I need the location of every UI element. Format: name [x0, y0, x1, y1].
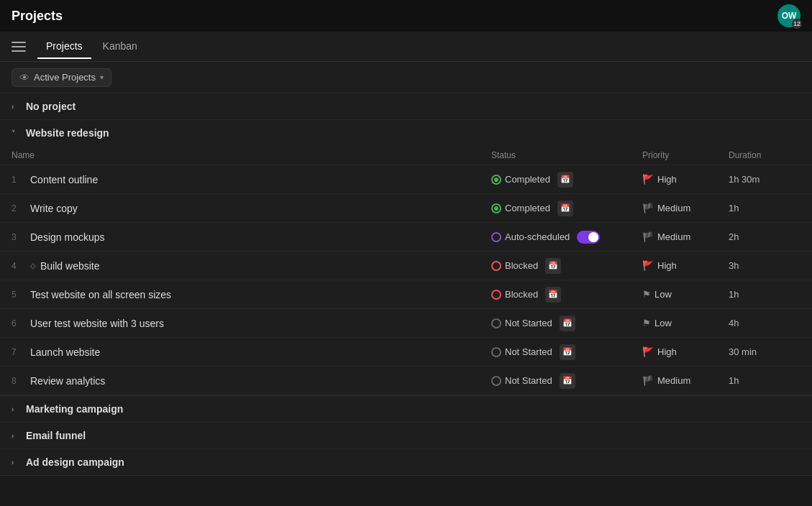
active-projects-filter[interactable]: 👁 Active Projects ▾: [12, 68, 111, 87]
calendar-icon[interactable]: 📅: [560, 373, 575, 389]
priority-flag-icon: ⚑: [642, 289, 651, 300]
task-status-cell: Completed 📅: [491, 172, 642, 188]
status-label: Blocked: [505, 289, 538, 300]
content-area: › No project ˅ Website redesign Name Sta…: [0, 93, 812, 476]
task-number: 8: [12, 376, 26, 386]
priority-flag-icon: 🚩: [642, 174, 654, 185]
group-header-website-redesign[interactable]: ˅ Website redesign: [0, 120, 812, 146]
task-number: 7: [12, 347, 26, 357]
title-bar: Projects OW 12: [0, 0, 812, 32]
col-status-header: Status: [491, 150, 642, 160]
tab-projects[interactable]: Projects: [37, 34, 91, 59]
task-name: Test website on all screen sizes: [30, 289, 171, 300]
task-status-cell: Not Started 📅: [491, 316, 642, 331]
status-indicator: Not Started: [491, 318, 552, 328]
task-name-cell: 7 Launch website: [12, 346, 491, 358]
status-label: Not Started: [505, 375, 552, 386]
table-row[interactable]: 3 Design mockups Auto-scheduled 🏴 Medium…: [0, 223, 812, 252]
calendar-icon[interactable]: 📅: [560, 344, 575, 360]
group-name: Marketing campaign: [26, 403, 123, 415]
table-row[interactable]: 8 Review analytics Not Started 📅 🏴 Mediu…: [0, 367, 812, 395]
priority-flag-icon: 🏴: [642, 375, 654, 386]
group-website-redesign: ˅ Website redesign Name Status Priority …: [0, 120, 812, 396]
tab-kanban[interactable]: Kanban: [94, 34, 146, 59]
priority-label: High: [657, 260, 677, 271]
calendar-icon[interactable]: 📅: [545, 258, 561, 274]
auto-schedule-toggle[interactable]: [577, 231, 600, 244]
priority-label: Medium: [657, 231, 690, 242]
priority-label: Low: [654, 289, 672, 300]
filter-label: Active Projects: [34, 72, 96, 83]
group-header-marketing-campaign[interactable]: › Marketing campaign: [0, 396, 812, 423]
status-dot: [491, 318, 501, 328]
table-row[interactable]: 7 Launch website Not Started 📅 🚩 High 30…: [0, 338, 812, 367]
calendar-icon[interactable]: 📅: [557, 172, 573, 188]
status-indicator: Completed: [491, 174, 550, 185]
col-priority-header: Priority: [642, 150, 729, 160]
task-number: 2: [12, 203, 26, 213]
task-number: 4: [12, 261, 26, 271]
table-row[interactable]: 1 Content outline Completed 📅 🚩 High 1h …: [0, 165, 812, 194]
calendar-icon[interactable]: 📅: [560, 316, 575, 331]
status-indicator: Not Started: [491, 375, 552, 386]
task-duration-cell: 4h: [729, 318, 800, 328]
chevron-down-icon: ▾: [100, 73, 104, 81]
status-label: Blocked: [505, 260, 538, 271]
task-name: Write copy: [30, 203, 78, 214]
priority-flag-icon: ⚑: [642, 318, 651, 328]
task-duration-cell: 1h: [729, 203, 800, 213]
task-status-cell: Not Started 📅: [491, 373, 642, 389]
status-indicator: Not Started: [491, 346, 552, 357]
task-status-cell: Not Started 📅: [491, 344, 642, 360]
table-row[interactable]: 4 ◇ Build website Blocked 📅 🚩 High 3h: [0, 252, 812, 280]
group-header-no-project[interactable]: › No project: [0, 93, 812, 120]
priority-label: Medium: [657, 375, 690, 386]
nav-bar: Projects Kanban: [0, 32, 812, 62]
group-header-ad-design-campaign[interactable]: › Ad design campaign: [0, 449, 812, 476]
group-name: No project: [26, 101, 76, 112]
status-dot: [491, 203, 501, 213]
task-name: User test website with 3 users: [30, 318, 164, 329]
status-label: Auto-scheduled: [505, 231, 570, 242]
table-row[interactable]: 5 Test website on all screen sizes Block…: [0, 280, 812, 309]
col-duration-header: Duration: [729, 150, 800, 160]
task-name-cell: 6 User test website with 3 users: [12, 318, 491, 329]
group-header-email-funnel[interactable]: › Email funnel: [0, 423, 812, 449]
task-status-cell: Auto-scheduled: [491, 231, 642, 244]
task-duration-cell: 1h: [729, 289, 800, 300]
group-name: Ad design campaign: [26, 456, 124, 468]
status-dot: [491, 376, 501, 386]
status-indicator: Auto-scheduled: [491, 231, 570, 242]
status-indicator: Blocked: [491, 260, 538, 271]
task-priority-cell: 🚩 High: [642, 260, 729, 271]
task-priority-cell: ⚑ Low: [642, 318, 729, 328]
priority-flag-icon: 🚩: [642, 260, 654, 271]
task-status-cell: Blocked 📅: [491, 287, 642, 303]
task-duration-cell: 1h 30m: [729, 174, 800, 185]
avatar[interactable]: OW 12: [777, 4, 800, 27]
status-dot: [491, 261, 501, 271]
task-status-cell: Blocked 📅: [491, 258, 642, 274]
chevron-right-icon: ›: [12, 459, 20, 466]
chevron-right-icon: ›: [12, 103, 20, 111]
task-name: Launch website: [30, 346, 100, 358]
hamburger-icon[interactable]: [12, 42, 26, 52]
priority-label: Medium: [657, 203, 690, 213]
task-priority-cell: 🚩 High: [642, 346, 729, 357]
status-dot: [491, 290, 501, 300]
chevron-right-icon: ›: [12, 405, 20, 413]
table-row[interactable]: 2 Write copy Completed 📅 🏴 Medium 1h: [0, 194, 812, 223]
app-title: Projects: [12, 9, 63, 24]
task-duration-cell: 1h: [729, 375, 800, 386]
col-name-header: Name: [12, 150, 491, 160]
status-dot: [491, 347, 501, 357]
task-priority-cell: 🏴 Medium: [642, 231, 729, 242]
table-row[interactable]: 6 User test website with 3 users Not Sta…: [0, 309, 812, 338]
task-name: Design mockups: [30, 231, 105, 243]
group-name: Email funnel: [26, 430, 86, 441]
calendar-icon[interactable]: 📅: [557, 201, 573, 216]
calendar-icon[interactable]: 📅: [545, 287, 561, 303]
task-name-cell: 1 Content outline: [12, 174, 491, 185]
priority-flag-icon: 🏴: [642, 203, 654, 213]
eye-icon: 👁: [19, 72, 29, 83]
